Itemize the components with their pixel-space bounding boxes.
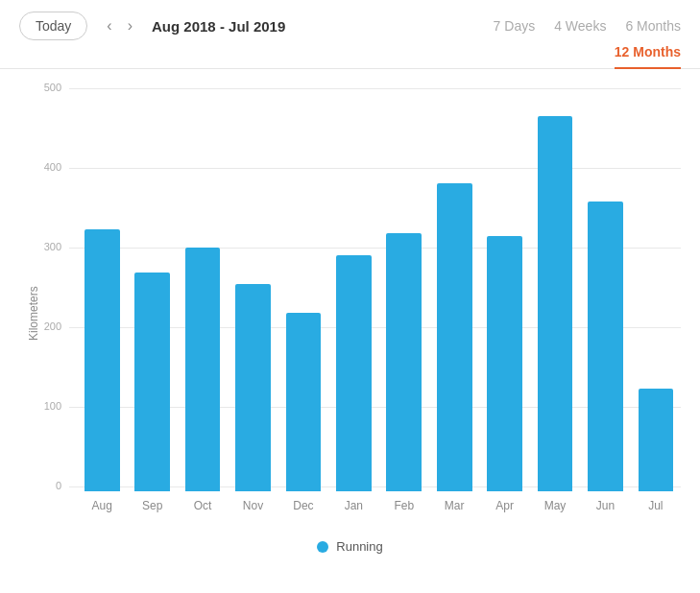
bar-group	[328, 88, 378, 491]
bar-group	[580, 88, 630, 491]
chart-header: Today ‹ › Aug 2018 - Jul 2019 7 Days 4 W…	[0, 0, 700, 40]
filter-4weeks[interactable]: 4 Weeks	[554, 14, 606, 37]
x-axis-label: May	[530, 491, 580, 530]
bar-group	[127, 88, 177, 491]
bar-group	[631, 88, 681, 491]
bar-group	[178, 88, 228, 491]
filter-6months[interactable]: 6 Months	[625, 14, 681, 37]
bar-group	[77, 88, 127, 491]
x-axis-label: Jul	[631, 491, 681, 530]
bar[interactable]	[286, 313, 322, 491]
y-label: 100	[40, 400, 69, 412]
time-filters: 7 Days 4 Weeks 6 Months	[494, 14, 681, 37]
y-axis-label: Kilometers	[19, 98, 40, 530]
x-labels: AugSepOctNovDecJanFebMarAprMayJunJul	[77, 491, 681, 530]
active-tab-row: 12 Months	[0, 40, 700, 69]
x-axis-label: Aug	[77, 491, 127, 530]
chart-inner: 5004003002001000 AugSepOctNovDecJanFebMa…	[40, 88, 681, 530]
bar-group	[429, 88, 479, 491]
bar[interactable]	[487, 236, 522, 491]
x-axis-label: Mar	[429, 491, 479, 530]
y-label: 400	[40, 161, 69, 173]
x-axis-label: Apr	[479, 491, 529, 530]
x-axis-label: Jun	[580, 491, 630, 530]
bar[interactable]	[386, 233, 422, 491]
y-label: 300	[40, 241, 69, 252]
bar[interactable]	[639, 389, 674, 491]
next-button[interactable]: ›	[124, 15, 136, 36]
x-axis-label: Sep	[127, 491, 177, 530]
bar[interactable]	[538, 116, 573, 491]
date-range: Aug 2018 - Jul 2019	[152, 18, 285, 35]
x-axis-label: Nov	[228, 491, 278, 530]
nav-controls: ‹ ›	[103, 15, 136, 36]
bar[interactable]	[336, 255, 372, 491]
bars-section	[77, 88, 681, 491]
today-button[interactable]: Today	[19, 12, 87, 40]
bar[interactable]	[588, 202, 623, 491]
prev-button[interactable]: ‹	[103, 15, 115, 36]
bar-group	[379, 88, 429, 491]
bar[interactable]	[84, 229, 120, 491]
x-axis-label: Oct	[178, 491, 228, 530]
bar[interactable]	[437, 183, 472, 491]
filter-7days[interactable]: 7 Days	[494, 14, 536, 37]
bar[interactable]	[134, 273, 170, 491]
x-axis-label: Feb	[379, 491, 429, 530]
y-label: 0	[40, 480, 69, 491]
legend-label-running: Running	[336, 539, 382, 554]
x-axis-label: Jan	[328, 491, 378, 530]
y-label: 500	[40, 82, 69, 93]
filter-12months[interactable]: 12 Months	[615, 40, 681, 69]
chart-area: Kilometers 5004003002001000 AugSepOctNov…	[0, 69, 700, 539]
chart-legend: Running	[0, 539, 700, 565]
bar-group	[479, 88, 529, 491]
bar-group	[228, 88, 278, 491]
bar-group	[530, 88, 580, 491]
legend-dot-running	[317, 541, 328, 553]
x-axis-label: Dec	[278, 491, 328, 530]
bar[interactable]	[185, 248, 221, 491]
y-label: 200	[40, 320, 69, 332]
bar-group	[278, 88, 328, 491]
bar[interactable]	[235, 284, 271, 491]
